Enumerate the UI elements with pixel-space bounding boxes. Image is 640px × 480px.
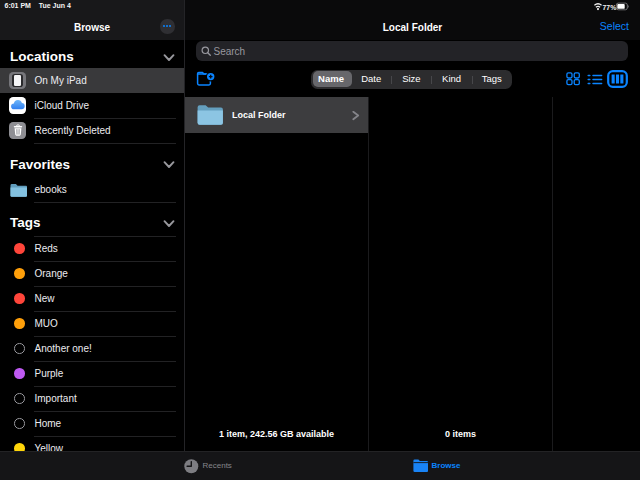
- svg-text:77%: 77%: [603, 4, 617, 11]
